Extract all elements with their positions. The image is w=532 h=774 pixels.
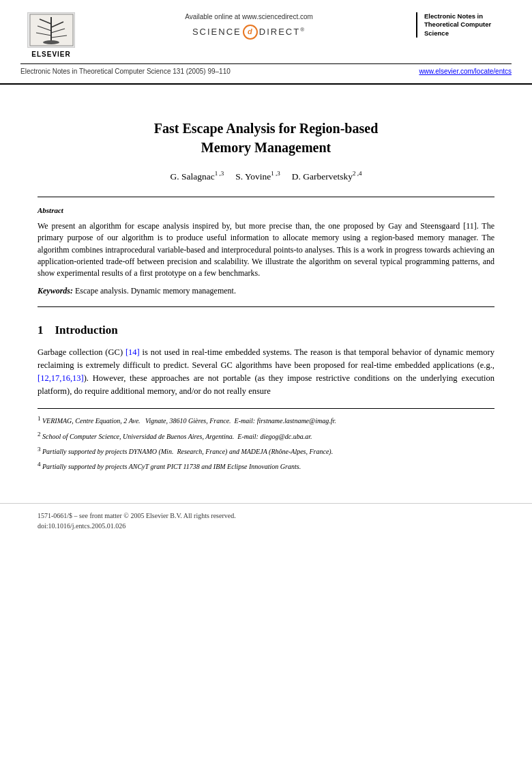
footer-doi: doi:10.1016/j.entcs.2005.01.026 [38, 521, 494, 531]
ref-14[interactable]: [14] [125, 347, 140, 357]
divider-after-abstract [38, 306, 494, 307]
paper-title: Fast Escape Analysis for Region-based Me… [38, 119, 494, 157]
journal-name-box: Electronic Notes in Theoretical Computer… [416, 12, 512, 38]
footnote-2-text: School of Computer Science, Universidad … [42, 433, 312, 440]
abstract-text: We present an algorithm for escape analy… [38, 220, 494, 280]
author2-sup: 1 ,3 [271, 170, 280, 177]
section1-heading: 1 Introduction [38, 322, 494, 339]
keywords-label: Keywords: [38, 286, 73, 296]
svg-point-8 [43, 40, 59, 44]
header-bottom-row: Electronic Notes in Theoretical Computer… [20, 63, 512, 76]
journal-url[interactable]: www.elsevier.com/locate/entcs [419, 67, 512, 76]
header-center: Available online at www.sciencedirect.co… [82, 12, 416, 40]
footnote-3-text: Partially supported by projects DYNAMO (… [42, 448, 333, 455]
footnote-4: 4 Partially supported by projects ANCyT … [38, 460, 494, 472]
page: ELSEVIER Available online at www.science… [0, 0, 532, 774]
keywords-text: Escape analysis. Dynamic memory manageme… [75, 286, 236, 296]
footnote-4-text: Partially supported by projects ANCyT gr… [42, 463, 301, 471]
section1-body: Garbage collection (GC) [14] is not used… [38, 346, 494, 397]
author3-sup: 2 ,4 [353, 170, 362, 177]
science-text: SCIENCE [192, 26, 241, 38]
footnote-3: 3 Partially supported by projects DYNAMO… [38, 445, 494, 457]
abstract-label: Abstract [38, 205, 494, 216]
direct-text: DIRECT® [259, 26, 306, 39]
ref-12-17-16-13[interactable]: [12,17,16,13] [38, 373, 84, 383]
divider-after-authors [38, 197, 494, 197]
elsevier-logo: ELSEVIER [20, 12, 82, 59]
author3-name: D. Garbervetsky [292, 171, 353, 182]
page-footer: 1571-0661/$ – see front matter © 2005 El… [0, 503, 532, 538]
sd-logo-circle: d [243, 25, 258, 40]
footnote-1-text: VERIMAG, Centre Equation, 2 Ave. Vignate… [42, 418, 336, 425]
abstract-section: Abstract We present an algorithm for esc… [38, 205, 494, 296]
section1-title: Introduction [55, 324, 118, 336]
elsevier-wordmark: ELSEVIER [31, 50, 70, 59]
footnote-2: 2 School of Computer Science, Universida… [38, 430, 494, 442]
author1-name: G. Salagnac [171, 171, 215, 182]
sciencedirect-logo: SCIENCE d DIRECT® [192, 25, 306, 40]
header: ELSEVIER Available online at www.science… [0, 0, 532, 85]
elsevier-logo-image [27, 12, 75, 48]
section1-number: 1 [38, 324, 44, 336]
main-content: Fast Escape Analysis for Region-based Me… [0, 85, 532, 489]
header-top: ELSEVIER Available online at www.science… [20, 12, 512, 59]
available-online-text: Available online at www.sciencedirect.co… [185, 12, 313, 22]
journal-citation: Electronic Notes in Theoretical Computer… [20, 67, 231, 76]
footnotes-area: 1 VERIMAG, Centre Equation, 2 Ave. Vigna… [38, 408, 494, 472]
footnote-1: 1 VERIMAG, Centre Equation, 2 Ave. Vigna… [38, 414, 494, 426]
footer-issn: 1571-0661/$ – see front matter © 2005 El… [38, 511, 494, 521]
keywords-line: Keywords: Escape analysis. Dynamic memor… [38, 285, 494, 297]
journal-name: Electronic Notes in Theoretical Computer… [424, 12, 512, 38]
authors-line: G. Salagnac1 ,3 S. Yovine1 ,3 D. Garberv… [38, 169, 494, 183]
author2-name: S. Yovine [235, 171, 271, 182]
author1-sup: 1 ,3 [215, 170, 224, 177]
